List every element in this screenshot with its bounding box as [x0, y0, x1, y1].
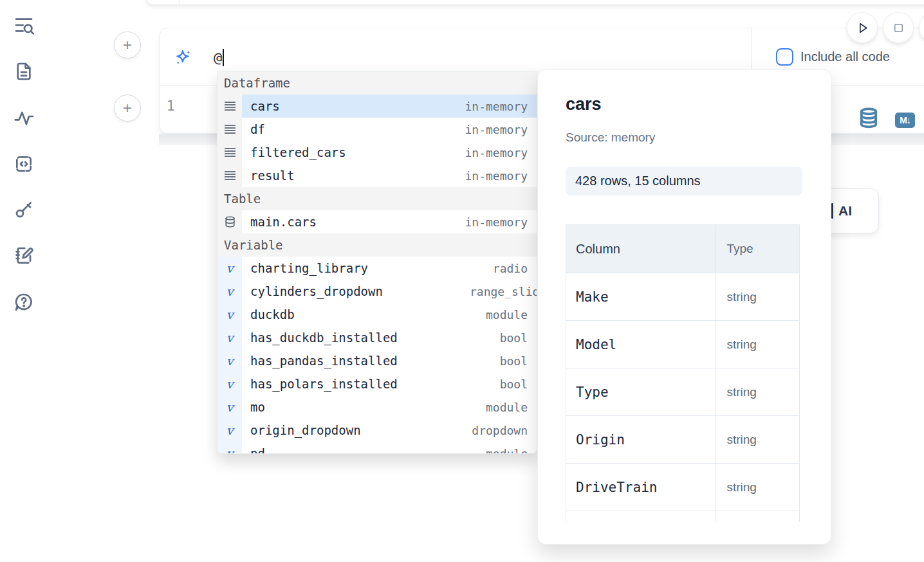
- item-name: main.cars: [250, 215, 317, 229]
- autocomplete-item-main: origin_dropdowndropdown: [242, 419, 537, 442]
- autocomplete-item[interactable]: resultin-memory: [217, 164, 537, 187]
- add-cell-above-button[interactable]: +: [114, 32, 141, 59]
- schema-column-type: string: [716, 416, 800, 464]
- autocomplete-item-main: cylinders_dropdownrange_slider: [242, 280, 537, 303]
- item-type: range_slider: [470, 285, 537, 298]
- autocomplete-item[interactable]: main.carsin-memory: [217, 210, 537, 233]
- item-name: charting_library: [250, 261, 368, 275]
- database-icon: [217, 210, 242, 233]
- schema-column-type: string: [716, 273, 800, 321]
- autocomplete-section-header: Table: [217, 187, 537, 210]
- schema-table-body: MakestringModelstringTypestringOriginstr…: [566, 273, 800, 522]
- schema-column-type: string: [716, 368, 800, 416]
- autocomplete-item[interactable]: vcylinders_dropdownrange_slider: [217, 280, 537, 303]
- schema-row-partial: [566, 511, 800, 522]
- item-type: in-memory: [465, 169, 528, 183]
- item-name: cylinders_dropdown: [250, 284, 383, 298]
- item-type: radio: [493, 262, 528, 275]
- schema-header-column: Column: [566, 225, 716, 273]
- ai-prompt-input[interactable]: @: [214, 49, 224, 66]
- autocomplete-item[interactable]: vhas_polars_installedbool: [217, 372, 537, 395]
- helper-sidebar: [0, 0, 46, 562]
- schema-row: Originstring: [566, 416, 800, 464]
- item-type: bool: [500, 331, 528, 345]
- autocomplete-item[interactable]: vhas_pandas_installedbool: [217, 349, 537, 372]
- autocomplete-item[interactable]: vmomodule: [217, 395, 537, 419]
- schema-column-type: string: [716, 464, 800, 511]
- checkbox-label: Include all code: [800, 50, 890, 64]
- activity-icon[interactable]: [14, 107, 34, 128]
- autocomplete-item-main: main.carsin-memory: [242, 210, 537, 233]
- item-type: module: [486, 308, 528, 322]
- include-all-code-checkbox[interactable]: Include all code: [776, 48, 890, 66]
- variable-icon: v: [217, 257, 242, 280]
- scratchpad-icon[interactable]: [14, 246, 34, 266]
- schema-column-type: string: [716, 321, 800, 368]
- markdown-toggle-icon[interactable]: M↓: [895, 113, 915, 128]
- item-name: df: [250, 122, 265, 136]
- item-type: in-memory: [465, 100, 528, 113]
- item-type: dropdown: [472, 424, 528, 437]
- item-name: origin_dropdown: [250, 423, 361, 437]
- autocomplete-item-main: carsin-memory: [242, 95, 537, 118]
- autocomplete-item-main: has_pandas_installedbool: [242, 349, 537, 372]
- schema-column-name: Make: [566, 273, 716, 321]
- autocomplete-section-header: Dataframe: [217, 71, 537, 95]
- stop-icon: [891, 20, 907, 36]
- autocomplete-item-main: has_duckdb_installedbool: [242, 326, 537, 349]
- autocomplete-item-main: pdmodule: [242, 442, 537, 454]
- autocomplete-item-main: filtered_carsin-memory: [242, 141, 537, 164]
- autocomplete-item[interactable]: vorigin_dropdowndropdown: [217, 419, 537, 442]
- item-name: duckdb: [250, 307, 295, 322]
- datasource-toggle-icon[interactable]: [859, 107, 878, 131]
- schema-row: Typestring: [566, 368, 800, 416]
- schema-column-name: Origin: [566, 416, 716, 464]
- item-type: in-memory: [465, 215, 528, 229]
- autocomplete-list: Dataframecarsin-memorydfin-memoryfiltere…: [217, 71, 537, 454]
- preview-title: cars: [566, 95, 602, 114]
- dataframe-lines-icon: [217, 164, 242, 187]
- text-caret: [223, 49, 224, 66]
- item-type: in-memory: [465, 123, 528, 136]
- search-cells-icon[interactable]: [14, 15, 34, 35]
- autocomplete-item[interactable]: filtered_carsin-memory: [217, 141, 537, 164]
- autocomplete-item[interactable]: dfin-memory: [217, 118, 537, 141]
- variable-icon: v: [217, 419, 242, 442]
- schema-row: Modelstring: [566, 321, 800, 368]
- clipped-glyph: [831, 203, 833, 219]
- item-name: result: [250, 168, 295, 183]
- item-name: pd: [250, 446, 265, 454]
- autocomplete-item-main: dfin-memory: [242, 118, 537, 141]
- add-cell-below-button[interactable]: +: [114, 95, 141, 122]
- item-name: has_polars_installed: [250, 377, 398, 391]
- autocomplete-item[interactable]: vcharting_libraryradio: [217, 257, 537, 280]
- autocomplete-item[interactable]: vhas_duckdb_installedbool: [217, 326, 537, 349]
- autocomplete-item[interactable]: vpdmodule: [217, 442, 537, 454]
- stop-button[interactable]: [883, 13, 913, 42]
- autocomplete-section-header: Variable: [217, 233, 537, 257]
- run-cell-button[interactable]: [847, 13, 877, 42]
- item-name: mo: [250, 400, 265, 414]
- autocomplete-item[interactable]: carsin-memory: [217, 95, 537, 118]
- checkbox[interactable]: [776, 48, 793, 66]
- dataframe-lines-icon: [217, 141, 242, 164]
- file-text-icon[interactable]: [14, 61, 34, 82]
- help-chat-icon[interactable]: [14, 292, 34, 313]
- dataframe-lines-icon: [217, 118, 242, 141]
- keys-icon[interactable]: [14, 199, 34, 220]
- autocomplete-item-main: resultin-memory: [242, 164, 537, 187]
- variable-icon: v: [217, 280, 242, 303]
- autocomplete-item[interactable]: vduckdbmodule: [217, 303, 537, 326]
- autocomplete-item-main: has_polars_installedbool: [242, 372, 537, 395]
- item-name: cars: [250, 99, 280, 113]
- item-type: in-memory: [465, 146, 528, 159]
- dataframe-preview-panel: cars Source: memory 428 rows, 15 columns…: [537, 69, 831, 545]
- item-name: has_pandas_installed: [250, 354, 398, 368]
- item-type: bool: [500, 354, 528, 368]
- schema-row: Makestring: [566, 273, 800, 321]
- item-name: has_duckdb_installed: [250, 331, 398, 345]
- item-name: filtered_cars: [250, 145, 346, 159]
- autocomplete-item-main: duckdbmodule: [242, 303, 537, 326]
- code-snippets-icon[interactable]: [14, 154, 34, 174]
- schema-column-name: Type: [566, 368, 716, 416]
